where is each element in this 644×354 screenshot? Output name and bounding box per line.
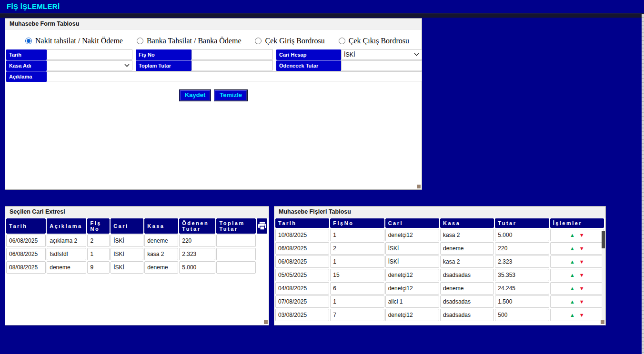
table-cell: 06/08/2025: [6, 248, 46, 260]
odenecek-tutar-label: Ödenecek Tutar: [276, 60, 341, 71]
grid-spacer: [132, 60, 136, 71]
table-cell: 08/08/2025: [6, 261, 46, 274]
grid-spacer: [273, 60, 276, 71]
odenecek-tutar-input[interactable]: [341, 60, 422, 70]
radio-label: Banka Tahsilat / Banka Ödeme: [147, 37, 242, 45]
table-cell: dsadsadas: [440, 269, 494, 281]
table-cell: 5.000: [179, 261, 215, 274]
column-header: İşlemler: [550, 218, 604, 228]
radio-nakit[interactable]: Nakit tahsilat / Nakit Ödeme: [25, 37, 123, 45]
move-down-icon[interactable]: ▼: [579, 272, 584, 278]
table-cell: 2.323: [179, 248, 215, 260]
page-title: FİŞ İŞLEMLERİ: [7, 2, 60, 10]
move-up-icon[interactable]: ▲: [570, 285, 575, 291]
radio-banka[interactable]: Banka Tahsilat / Banka Ödeme: [137, 37, 242, 45]
radio-cek-giris[interactable]: Çek Giriş Bordrosu: [255, 37, 324, 45]
table-cell: 2: [330, 242, 384, 255]
fisno-label: Fiş No: [136, 49, 191, 60]
table-row[interactable]: 04/08/20256denetçi12deneme24.245 ▲▼: [275, 282, 604, 295]
row-actions: ▲▼: [550, 256, 604, 268]
table-cell: 06/08/2025: [275, 256, 329, 268]
table-header-row: TarihAçıklamaFiş NoCariKasaÖdenen TutarT…: [6, 218, 267, 234]
radio-button-icon[interactable]: [255, 38, 262, 44]
move-down-icon[interactable]: ▼: [579, 246, 584, 251]
table-cell: 15: [330, 269, 384, 281]
table-cell: 10/08/2025: [275, 229, 329, 241]
table-row[interactable]: 08/08/2025deneme9İSKİdeneme5.000: [6, 261, 267, 274]
radio-button-icon[interactable]: [25, 38, 32, 44]
table-cell: [216, 261, 255, 274]
clear-button[interactable]: Temizle: [214, 90, 247, 101]
table-row[interactable]: 06/08/20252İSKİdeneme220 ▲▼: [275, 242, 604, 255]
toplam-tutar-label: Toplam Tutar: [136, 60, 191, 71]
selected-value: İSKİ: [344, 51, 355, 58]
muhasebe-fisleri-panel: Muhasebe Fişleri Tablosu TarihFişNoCariK…: [274, 206, 606, 325]
cari-hesap-label: Cari Hesap: [276, 49, 341, 60]
table-row[interactable]: 05/05/202515denetçi12dsadsadas35.353 ▲▼: [275, 269, 604, 281]
aciklama-input[interactable]: [47, 71, 422, 81]
move-down-icon[interactable]: ▼: [579, 299, 584, 305]
screen-edge-artifact: [642, 14, 644, 354]
tarih-input[interactable]: [47, 49, 132, 59]
move-up-icon[interactable]: ▲: [570, 312, 575, 318]
table-header-row: TarihFişNoCariKasaTutarİşlemler: [275, 218, 604, 228]
radio-button-icon[interactable]: [339, 38, 345, 44]
table-cell: denetçi12: [385, 309, 439, 321]
table-cell: deneme: [144, 235, 178, 247]
table-row[interactable]: 10/08/20251denetçi12kasa 25.000 ▲▼: [275, 229, 604, 241]
muhasebe-form-panel: Muhasebe Form Tablosu Nakit tahsilat / N…: [5, 18, 422, 190]
table-cell: 1.500: [495, 295, 549, 308]
table-cell: 35.353: [495, 269, 549, 281]
table-scrollbar[interactable]: [602, 231, 605, 320]
move-up-icon[interactable]: ▲: [570, 299, 575, 305]
row-actions: ▲▼: [550, 309, 604, 321]
column-header: Fiş No: [87, 218, 110, 234]
radio-button-icon[interactable]: [137, 38, 143, 44]
table-cell: İSKİ: [111, 235, 143, 247]
table-row[interactable]: 06/08/2025fsdfsfdf1İSKİkasa 22.323: [6, 248, 267, 260]
grid-spacer: [273, 49, 276, 60]
row-actions: ▲▼: [550, 295, 604, 308]
column-header: Tutar: [495, 218, 549, 228]
radio-label: Çek Giriş Bordrosu: [265, 37, 324, 45]
radio-cek-cikis[interactable]: Çek Çıkış Bordrosu: [339, 37, 409, 45]
scrollbar-thumb[interactable]: [602, 231, 605, 248]
table-row[interactable]: 07/08/20251alici 1dsadsadas1.500 ▲▼: [275, 295, 604, 308]
move-down-icon[interactable]: ▼: [579, 285, 584, 291]
move-down-icon[interactable]: ▼: [579, 259, 584, 265]
move-up-icon[interactable]: ▲: [570, 259, 575, 265]
move-up-icon[interactable]: ▲: [570, 246, 575, 251]
table-cell: denetçi12: [385, 282, 439, 295]
fisno-input[interactable]: [191, 49, 273, 59]
resize-handle[interactable]: [417, 185, 421, 188]
secilen-cari-extresi-panel: Seçilen Cari Extresi TarihAçıklamaFiş No…: [5, 206, 269, 325]
kasa-adi-select[interactable]: [47, 60, 132, 70]
move-up-icon[interactable]: ▲: [570, 232, 575, 238]
table-row[interactable]: 03/08/20257denetçi12dsadsadas500 ▲▼: [275, 309, 604, 321]
move-up-icon[interactable]: ▲: [570, 272, 575, 278]
row-actions: ▲▼: [550, 242, 604, 255]
table-cell: 06/08/2025: [275, 242, 329, 255]
move-down-icon[interactable]: ▼: [579, 312, 584, 318]
column-header: Tarih: [6, 218, 46, 234]
save-button[interactable]: Kaydet: [180, 90, 211, 101]
table-row[interactable]: 06/08/2025açıklama 22İSKİdeneme220: [6, 235, 267, 247]
printer-icon[interactable]: [258, 222, 267, 230]
muhasebe-fisleri-table: TarihFişNoCariKasaTutarİşlemler 10/08/20…: [274, 217, 605, 322]
toplam-tutar-input[interactable]: [191, 60, 273, 70]
resize-handle[interactable]: [601, 320, 604, 324]
cari-hesap-select[interactable]: İSKİ: [341, 49, 422, 59]
resize-handle[interactable]: [264, 320, 268, 324]
row-actions: ▲▼: [550, 269, 604, 281]
move-down-icon[interactable]: ▼: [579, 232, 584, 238]
print-button[interactable]: [257, 218, 267, 234]
form-fields-grid: Tarih Fiş No Cari Hesap İSKİ Kasa Adı To…: [6, 49, 421, 82]
table-row[interactable]: 06/08/20251İSKİkasa 22.323 ▲▼: [275, 256, 604, 268]
grid-spacer: [132, 49, 136, 60]
table-cell: dsadsadas: [440, 309, 494, 321]
voucher-type-radio-group: Nakit tahsilat / Nakit Ödeme Banka Tahsi…: [25, 37, 422, 45]
cari-panel-title: Seçilen Cari Extresi: [5, 206, 269, 217]
table-cell: 7: [330, 309, 384, 321]
table-cell: kasa 2: [144, 248, 178, 260]
table-cell: 06/08/2025: [6, 235, 46, 247]
